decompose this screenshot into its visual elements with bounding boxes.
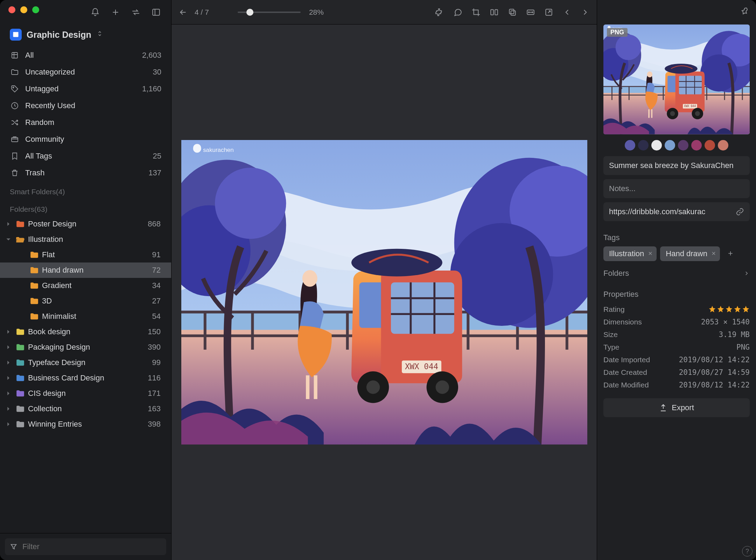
color-swatch[interactable] (665, 140, 675, 150)
color-swatch[interactable] (691, 140, 702, 150)
sidebar-item-count: 2,603 (142, 51, 161, 60)
help-button[interactable]: ? (742, 546, 752, 556)
folder-collection[interactable]: Collection 163 (0, 401, 171, 416)
tag-icon (10, 84, 20, 94)
plus-icon[interactable] (110, 7, 121, 18)
pin-icon[interactable] (741, 7, 750, 18)
sidebar-random[interactable]: Random (0, 114, 171, 131)
color-swatch[interactable] (678, 140, 688, 150)
folder-minimalist[interactable]: Minimalist 54 (0, 309, 171, 324)
size-label: Size (603, 330, 618, 339)
folder-winning-entries[interactable]: Winning Entries 398 (0, 416, 171, 432)
duplicate-icon[interactable] (507, 7, 518, 18)
disclosure-icon[interactable] (4, 376, 13, 380)
compare-icon[interactable] (489, 7, 499, 18)
add-tag-button[interactable] (723, 246, 737, 260)
shuffle-icon (10, 118, 20, 127)
next-icon[interactable] (580, 7, 590, 18)
filter-input[interactable] (22, 542, 161, 552)
fit-width-icon[interactable] (525, 7, 536, 18)
library-switcher[interactable]: Graphic Design (0, 24, 171, 47)
svg-rect-46 (651, 109, 652, 118)
export-button[interactable]: Export (603, 398, 750, 417)
panel-toggle-icon[interactable] (151, 7, 161, 18)
traffic-lights[interactable] (8, 6, 39, 13)
folder-label: Typeface Design (28, 358, 149, 367)
title-box[interactable]: Summer sea breeze by SakuraChen (603, 156, 750, 175)
filter-input-wrap[interactable] (5, 538, 166, 555)
tag-hand-drawn[interactable]: Hand drawn (660, 246, 720, 261)
open-external-icon[interactable] (544, 7, 554, 18)
library-name: Graphic Design (27, 30, 91, 40)
folder-label: Packaging Design (28, 343, 145, 352)
crop-icon[interactable] (471, 7, 481, 18)
disclosure-icon[interactable] (4, 406, 13, 411)
sidebar-community[interactable]: Community (0, 131, 171, 148)
disclosure-icon[interactable] (4, 237, 13, 242)
transfer-icon[interactable] (131, 7, 141, 18)
thumbnail[interactable]: XWX 044 sakurachen PNG (603, 24, 750, 134)
remove-tag-icon[interactable] (711, 249, 716, 258)
svg-rect-6 (12, 138, 18, 142)
dimensions-label: Dimensions (603, 318, 642, 326)
sidebar-untagged[interactable]: Untagged 1,160 (0, 80, 171, 97)
tag-illustration[interactable]: Illustration (603, 246, 657, 261)
dimensions-value: 2053 × 1540 (701, 318, 750, 326)
disclosure-icon[interactable] (4, 422, 13, 427)
notes-box[interactable]: Notes... (603, 179, 750, 198)
color-swatch[interactable] (625, 140, 635, 150)
folder-flat[interactable]: Flat 91 (0, 247, 171, 262)
folder-3d[interactable]: 3D 27 (0, 293, 171, 309)
back-icon[interactable] (178, 7, 188, 18)
folder-icon (15, 342, 25, 352)
folder-hand-drawn[interactable]: Hand drawn 72 (0, 262, 171, 278)
zoom-slider[interactable] (238, 12, 301, 13)
folder-book-design[interactable]: Book design 150 (0, 324, 171, 340)
color-swatch[interactable] (705, 140, 715, 150)
svg-rect-7 (491, 9, 493, 15)
format-badge: PNG (607, 28, 628, 37)
sidebar-all-tags[interactable]: All Tags 25 (0, 148, 171, 164)
maximize-window[interactable] (32, 6, 39, 13)
disclosure-icon[interactable] (4, 360, 13, 365)
date-created-value: 2019/08/27 14:59 (679, 368, 750, 377)
folder-illustration[interactable]: Illustration (0, 232, 171, 247)
folder-packaging-design[interactable]: Packaging Design 390 (0, 340, 171, 355)
disclosure-icon[interactable] (4, 329, 13, 334)
remove-tag-icon[interactable] (648, 249, 653, 258)
disclosure-icon[interactable] (4, 391, 13, 396)
close-window[interactable] (8, 6, 15, 13)
color-swatch[interactable] (718, 140, 728, 150)
folders-heading[interactable]: Folders (603, 269, 750, 278)
date-imported-label: Date Imported (603, 356, 650, 364)
folder-poster-design[interactable]: Poster Design 868 (0, 216, 171, 232)
prev-icon[interactable] (562, 7, 572, 18)
sidebar-trash[interactable]: Trash 137 (0, 164, 171, 181)
preview-image[interactable]: XWX 044 sakurachen (181, 140, 587, 444)
rating-stars[interactable] (708, 305, 750, 314)
minimize-window[interactable] (20, 6, 27, 13)
sidebar-all[interactable]: All 2,603 (0, 47, 171, 64)
folder-typeface-design[interactable]: Typeface Design 99 (0, 355, 171, 370)
notes-placeholder: Notes... (609, 184, 636, 193)
date-modified-label: Date Modified (603, 381, 649, 389)
disclosure-icon[interactable] (4, 345, 13, 350)
svg-point-44 (647, 71, 652, 77)
color-swatch[interactable] (638, 140, 649, 150)
folder-gradient[interactable]: Gradient 34 (0, 278, 171, 293)
color-swatch[interactable] (651, 140, 662, 150)
comment-icon[interactable] (453, 7, 463, 18)
disclosure-icon[interactable] (4, 222, 13, 226)
url-box[interactable]: https://dribbble.com/sakurac (603, 202, 750, 221)
svg-rect-26 (391, 282, 454, 334)
sidebar-recently-used[interactable]: Recently Used (0, 97, 171, 114)
folder-icon (15, 373, 25, 383)
folder-cis-design[interactable]: CIS design 171 (0, 386, 171, 401)
properties-heading: Properties (603, 290, 750, 299)
folder-business-card-design[interactable]: Business Card Design 116 (0, 370, 171, 386)
extension-icon[interactable] (434, 7, 445, 18)
date-created-label: Date Created (603, 368, 647, 377)
sidebar-uncategorized[interactable]: Uncategorized 30 (0, 64, 171, 80)
bell-icon[interactable] (90, 7, 100, 18)
folder-icon (15, 327, 25, 337)
